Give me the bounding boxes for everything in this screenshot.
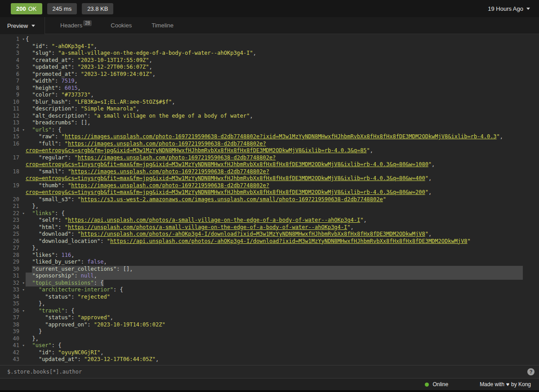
code-token: "updated_at" — [26, 64, 71, 70]
code-token: null — [81, 273, 94, 279]
code-text: "color": "#737373", — [26, 92, 523, 99]
line-number: 13 — [13, 119, 19, 127]
line-gutter: 2 — [0, 43, 26, 50]
line-gutter: 23 — [0, 217, 26, 224]
tab-strip: Headers28 Cookies Timeline — [45, 17, 539, 34]
response-link[interactable]: https://unsplash.com/photos/-ahOKp3g4-I/… — [81, 231, 425, 237]
line-number: 33 — [13, 286, 19, 294]
online-status[interactable]: Online — [425, 381, 448, 388]
code-token: : — [100, 238, 107, 244]
code-token: : — [74, 273, 80, 279]
code-token: "travel" — [26, 308, 65, 314]
code-text: } — [26, 328, 523, 335]
code-line: 33▾ "architecture-interior": { — [0, 286, 523, 294]
code-token: : [], — [116, 266, 133, 272]
code-token: false — [87, 259, 103, 265]
code-token: "status" — [26, 314, 71, 321]
code-token: "breadcrumbs" — [26, 119, 74, 126]
line-number: 29 — [13, 259, 19, 266]
filter-input[interactable] — [7, 369, 523, 375]
help-icon[interactable]: ? — [527, 368, 535, 375]
line-number: 8 — [16, 85, 19, 92]
code-line: 40 }, — [0, 335, 523, 343]
code-token: "height" — [26, 85, 58, 91]
response-body-editor[interactable]: 1▾{2 "id": "-ahOKp3g4-I",3 "slug": "a-sm… — [0, 34, 539, 365]
fold-arrow-icon[interactable]: ▾ — [22, 210, 25, 217]
code-token: : — [71, 64, 77, 70]
code-token: , — [172, 99, 175, 105]
response-link[interactable]: https://images.unsplash.com/photo-169721… — [65, 133, 497, 140]
code-line: 24 "html": "https://unsplash.com/photos/… — [0, 224, 523, 231]
chevron-down-icon — [526, 8, 530, 10]
code-text: "updated_at": "2023-12-27T00:56:07Z", — [26, 64, 523, 71]
code-text: "urls": { — [26, 127, 523, 134]
line-number: 22 — [13, 210, 19, 217]
response-link[interactable]: https://api.unsplash.com/photos/-ahOKp3g… — [110, 238, 468, 244]
line-gutter: 29 — [0, 259, 26, 266]
fold-arrow-icon[interactable]: ▾ — [22, 280, 25, 287]
code-token: : — [58, 85, 64, 91]
response-link[interactable]: https://images.unsplash.com/photo-169721… — [26, 141, 367, 154]
code-text: "regular": "https://images.unsplash.com/… — [26, 154, 523, 168]
code-token: , — [94, 273, 97, 279]
code-token: " — [425, 189, 428, 195]
response-history-dropdown[interactable]: 19 Hours Ago — [488, 5, 530, 12]
fold-arrow-icon[interactable]: ▾ — [22, 342, 25, 349]
code-token: : — [45, 43, 51, 49]
heart-icon: ♥ — [506, 381, 509, 388]
code-token: "download_location" — [26, 238, 100, 244]
fold-arrow-icon[interactable]: ▾ — [22, 286, 25, 294]
code-token: : [], — [74, 119, 90, 126]
line-gutter: 27 — [0, 245, 26, 252]
tab-timeline[interactable]: Timeline — [142, 22, 183, 29]
code-line: 3 "slug": "a-small-village-on-the-edge-o… — [0, 50, 523, 57]
code-line: 1▾{ — [0, 36, 523, 43]
line-gutter: 40 — [0, 335, 26, 343]
code-text: "raw": "https://images.unsplash.com/phot… — [26, 133, 523, 141]
response-link[interactable]: https://images.unsplash.com/photo-169721… — [26, 154, 428, 168]
code-token: "download" — [26, 231, 71, 237]
code-token: : — [55, 252, 61, 258]
code-line: 38 "approved_on": "2023-10-19T14:05:02Z" — [0, 322, 523, 329]
code-token: : — [61, 168, 67, 175]
response-link[interactable]: https://images.unsplash.com/photo-169721… — [26, 168, 425, 182]
code-token: "2023-12-17T06:44:05Z" — [84, 356, 156, 362]
code-line: 34 "status": "rejected" — [0, 294, 523, 301]
code-token: " — [383, 196, 386, 203]
code-line: 42 "id": "oyuyNC0GjRI", — [0, 349, 523, 357]
code-token: , — [250, 113, 253, 119]
code-token: "approved_on" — [26, 322, 87, 328]
code-text: "travel": { — [26, 308, 523, 315]
code-token: "width" — [26, 78, 55, 84]
preview-mode-dropdown[interactable]: Preview — [0, 17, 45, 34]
line-gutter: 24 — [0, 224, 26, 231]
line-gutter: 1▾ — [0, 36, 26, 43]
code-token: , — [351, 224, 354, 230]
fold-arrow-icon[interactable]: ▾ — [22, 36, 25, 43]
code-token: , — [149, 57, 152, 63]
kong-credit[interactable]: Made with ♥ by Kong — [480, 381, 531, 388]
code-token: : — [68, 154, 74, 161]
code-token: , — [71, 252, 74, 258]
code-token: "urls" — [26, 127, 52, 133]
code-text: "slug": "a-small-village-on-the-edge-of-… — [26, 50, 523, 57]
response-link[interactable]: https://images.unsplash.com/photo-169721… — [26, 182, 425, 196]
line-number: 31 — [13, 273, 19, 280]
line-number: 1 — [16, 36, 19, 43]
code-token: "-ahOKp3g4-I" — [52, 43, 94, 49]
code-token: }, — [26, 300, 45, 307]
tab-cookies[interactable]: Cookies — [101, 22, 142, 29]
fold-arrow-icon[interactable]: ▾ — [22, 127, 25, 134]
response-link[interactable]: https://unsplash.com/photos/a-small-vill… — [68, 224, 347, 230]
line-gutter: 31 — [0, 273, 26, 280]
tab-headers[interactable]: Headers28 — [50, 22, 101, 29]
code-token: : — [61, 182, 67, 189]
code-token: "id" — [26, 349, 52, 356]
code-line: 35 }, — [0, 300, 523, 308]
line-gutter: 14▾ — [0, 127, 26, 134]
response-link[interactable]: https://s3.us-west-2.amazonaws.com/image… — [81, 196, 383, 203]
code-token: : — [71, 196, 77, 203]
line-number: 42 — [13, 349, 19, 357]
fold-arrow-icon[interactable]: ▾ — [22, 308, 25, 315]
response-link[interactable]: https://api.unsplash.com/photos/a-small-… — [68, 217, 360, 223]
